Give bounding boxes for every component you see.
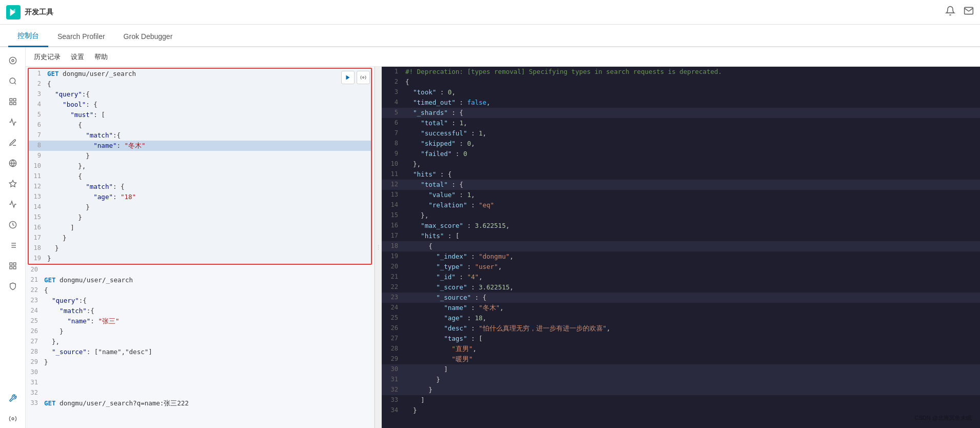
editor-panel: 1GET dongmu/user/_search2{3 "query":{4 "… [26, 67, 375, 428]
tab-search-profiler[interactable]: Search Profiler [48, 27, 114, 47]
subnav-settings[interactable]: 设置 [71, 52, 84, 62]
editor-toolbar [341, 71, 370, 84]
sidebar-icon-logs[interactable] [4, 236, 22, 255]
top-bar: 开发工具 [0, 0, 980, 25]
subnav-help[interactable]: 帮助 [94, 52, 108, 62]
kibana-logo [6, 5, 21, 20]
svg-point-24 [12, 418, 14, 420]
sidebar-icon-apm[interactable] [4, 195, 22, 213]
sidebar [0, 47, 26, 428]
svg-rect-20 [10, 263, 12, 265]
sub-nav: 历史记录 设置 帮助 [26, 47, 980, 67]
svg-point-4 [10, 78, 15, 84]
main-layout: 历史记录 设置 帮助 1GET dongmu/user/_search2{3 "… [0, 47, 980, 428]
output-code[interactable]: 1#! Deprecation: [types removal] Specify… [382, 67, 980, 428]
app-name: 开发工具 [25, 8, 53, 17]
svg-point-2 [9, 57, 16, 64]
svg-marker-25 [346, 75, 350, 80]
sidebar-icon-uptime[interactable] [4, 216, 22, 234]
svg-rect-6 [10, 99, 12, 101]
sidebar-icon-management[interactable] [4, 410, 22, 428]
svg-marker-12 [9, 180, 16, 187]
svg-rect-9 [10, 102, 12, 105]
svg-rect-21 [13, 263, 16, 265]
content-area: 历史记录 设置 帮助 1GET dongmu/user/_search2{3 "… [26, 47, 980, 428]
svg-rect-8 [13, 102, 16, 105]
tab-console[interactable]: 控制台 [8, 26, 48, 47]
settings-button[interactable] [357, 71, 370, 84]
svg-rect-7 [13, 99, 16, 101]
svg-line-5 [14, 83, 16, 84]
sidebar-icon-ml[interactable] [4, 174, 22, 193]
top-bar-icons [945, 6, 974, 18]
svg-point-3 [12, 60, 14, 62]
sidebar-icon-canvas[interactable] [4, 133, 22, 152]
sidebar-icon-dashboard[interactable] [4, 113, 22, 131]
svg-rect-22 [13, 266, 16, 269]
sidebar-icon-visualize[interactable] [4, 92, 22, 111]
nav-tabs: 控制台 Search Profiler Grok Debugger [0, 25, 980, 47]
mail-icon[interactable] [964, 6, 974, 18]
sidebar-icon-siem[interactable] [4, 277, 22, 296]
sidebar-icon-home[interactable] [4, 51, 22, 70]
tab-grok-debugger[interactable]: Grok Debugger [114, 27, 182, 47]
panels: 1GET dongmu/user/_search2{3 "query":{4 "… [26, 67, 980, 428]
subnav-history[interactable]: 历史记录 [34, 52, 61, 62]
code-editor[interactable]: 1GET dongmu/user/_search2{3 "query":{4 "… [26, 67, 374, 428]
logo-area: 开发工具 [6, 5, 53, 20]
sidebar-icon-maps[interactable] [4, 154, 22, 172]
svg-rect-23 [10, 266, 12, 269]
sidebar-icon-discover[interactable] [4, 72, 22, 90]
panel-divider[interactable]: ⋮ [375, 67, 382, 428]
output-panel: 1#! Deprecation: [types removal] Specify… [382, 67, 980, 428]
run-button[interactable] [341, 71, 355, 84]
sidebar-icon-devtools[interactable] [4, 389, 22, 407]
sidebar-icon-metrics[interactable] [4, 257, 22, 275]
notification-icon[interactable] [945, 6, 955, 18]
svg-point-26 [363, 77, 364, 79]
